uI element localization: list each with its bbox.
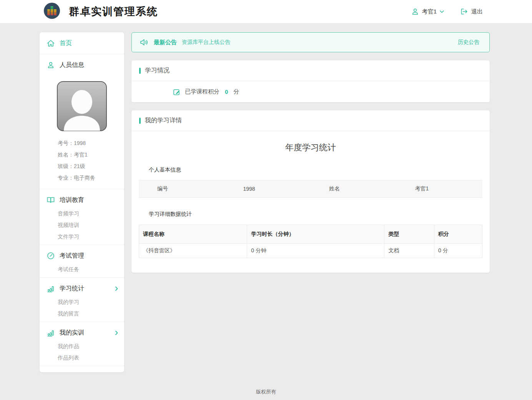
sidebar-item-stats-label: 学习统计: [60, 285, 84, 293]
sidebar-item-training-label: 培训教育: [60, 196, 84, 204]
sidebar: 首页 人员信息: [40, 32, 124, 372]
sidebar-item-stats[interactable]: 学习统计: [40, 281, 124, 296]
sidebar-subitem-file-study[interactable]: 文件学习: [40, 231, 124, 242]
sidebar-item-home-label: 首页: [60, 39, 72, 47]
basic-info-name-label: 姓名: [311, 185, 397, 192]
clock-icon: [46, 252, 55, 260]
chevron-right-icon: [115, 331, 118, 335]
edit-icon: [173, 88, 181, 96]
book-icon: [46, 196, 55, 204]
title-marker: [139, 118, 141, 124]
score-label: 已学课程积分: [185, 88, 219, 95]
logout-icon: [460, 8, 468, 15]
copyright-line-1: 版权所有: [0, 388, 532, 395]
cell-type: 文档: [384, 244, 434, 258]
logout-label: 退出: [471, 8, 483, 15]
top-bar-right: 考官1 退出: [411, 8, 483, 15]
sidebar-item-practice-label: 我的实训: [60, 329, 84, 337]
sidebar-item-personnel[interactable]: 人员信息: [40, 54, 124, 76]
sidebar-subitem-exam-task[interactable]: 考试任务: [40, 263, 124, 275]
sidebar-section-practice: 我的实训 我的作品 作品列表: [40, 322, 124, 366]
sidebar-item-exam[interactable]: 考试管理: [40, 248, 124, 263]
table-header-row: 课程名称 学习时长（分钟） 类型 积分: [139, 225, 482, 244]
history-announcements-link[interactable]: 历史公告: [458, 39, 479, 46]
notice-message-link[interactable]: 资源库平台上线公告: [182, 39, 230, 46]
col-type: 类型: [384, 225, 434, 244]
page-footer: 版权所有 ©Copyright 2009 - 2020. 56sucai.com…: [0, 388, 532, 400]
basic-info-name-value: 考官1: [397, 185, 483, 192]
score-row: 已学课程积分 0 分: [131, 81, 490, 102]
sidebar-subitem-my-messages[interactable]: 我的留言: [40, 308, 124, 319]
person-icon: [46, 61, 55, 69]
sidebar-section-training: 培训教育 音频学习 视频培训 文件学习: [40, 189, 124, 245]
study-detail-body: 年度学习统计 个人基本信息 编号 1998 姓名 考官1 学习详细数据统计 课程…: [131, 142, 490, 273]
user-icon: [411, 8, 419, 15]
notice-bar: 最新公告 资源库平台上线公告 历史公告: [131, 32, 490, 52]
sidebar-item-training[interactable]: 培训教育: [40, 192, 124, 208]
speaker-icon: [140, 38, 149, 47]
chevron-right-icon: [115, 287, 118, 291]
study-status-title: 学习情况: [145, 67, 170, 75]
sidebar-section-stats: 学习统计 我的学习 我的留言: [40, 278, 124, 322]
sidebar-item-home[interactable]: 首页: [40, 32, 124, 54]
title-marker: [139, 68, 141, 74]
score-value: 0: [225, 88, 228, 95]
bar-chart-icon: [46, 285, 55, 292]
brand: 群卓实训管理系统: [43, 2, 158, 21]
basic-info-id-value: 1998: [225, 186, 311, 192]
study-status-card-header: 学习情况: [131, 60, 490, 81]
profile-name: 姓名：考官1: [58, 149, 124, 160]
col-course-name: 课程名称: [139, 225, 247, 244]
user-name: 考官1: [422, 8, 437, 15]
logout-button[interactable]: 退出: [460, 8, 483, 15]
sidebar-item-practice[interactable]: 我的实训: [40, 325, 124, 340]
sidebar-subitem-audio-study[interactable]: 音频学习: [40, 208, 124, 219]
col-study-duration: 学习时长（分钟）: [247, 225, 384, 244]
notice-label: 最新公告: [154, 39, 177, 46]
table-row: 《抖音雷区》 0 分钟 文档 0 分: [139, 244, 482, 258]
basic-info-row: 编号 1998 姓名 考官1: [139, 180, 482, 198]
cell-points: 0 分: [434, 244, 482, 258]
app-logo-icon: [43, 2, 60, 21]
user-menu[interactable]: 考官1: [411, 8, 444, 15]
divider: [40, 366, 124, 366]
home-icon: [46, 39, 55, 47]
annual-report-title: 年度学习统计: [139, 142, 482, 153]
main-content: 最新公告 资源库平台上线公告 历史公告 学习情况 已学课程积分 0 分: [131, 32, 490, 273]
study-detail-title: 我的学习详情: [145, 117, 182, 125]
bar-chart-icon: [46, 329, 55, 337]
study-detail-card: 我的学习详情 年度学习统计 个人基本信息 编号 1998 姓名 考官1 学习详细…: [131, 110, 490, 273]
cell-course-name: 《抖音雷区》: [139, 244, 247, 258]
study-detail-card-header: 我的学习详情: [131, 110, 490, 131]
study-status-card: 学习情况 已学课程积分 0 分: [131, 60, 490, 102]
sidebar-subitem-my-works[interactable]: 我的作品: [40, 340, 124, 352]
cell-study-duration: 0 分钟: [247, 244, 384, 258]
col-points: 积分: [434, 225, 482, 244]
sidebar-subitem-works-list[interactable]: 作品列表: [40, 352, 124, 363]
avatar: [57, 81, 107, 131]
sidebar-section-exam: 考试管理 考试任务: [40, 245, 124, 277]
profile-class: 班级：21级: [58, 160, 124, 172]
sidebar-subitem-video-training[interactable]: 视频培训: [40, 219, 124, 231]
basic-info-id-label: 编号: [139, 185, 225, 192]
study-detail-table: 课程名称 学习时长（分钟） 类型 积分 《抖音雷区》 0 分钟 文档 0 分: [139, 225, 482, 258]
app-title: 群卓实训管理系统: [69, 5, 158, 18]
sidebar-item-exam-label: 考试管理: [60, 252, 84, 260]
profile-info: 考号：1998 姓名：考官1 班级：21级 专业：电子商务: [40, 135, 124, 189]
basic-info-title: 个人基本信息: [149, 167, 482, 173]
sidebar-item-personnel-label: 人员信息: [60, 61, 84, 69]
detail-table-title: 学习详细数据统计: [149, 211, 482, 218]
sidebar-subitem-my-study[interactable]: 我的学习: [40, 296, 124, 308]
chevron-down-icon: [440, 10, 444, 13]
top-bar: 群卓实训管理系统 考官1 退出: [0, 0, 532, 23]
profile-exam-no: 考号：1998: [58, 137, 124, 149]
score-unit: 分: [233, 88, 239, 95]
profile-major: 专业：电子商务: [58, 172, 124, 183]
